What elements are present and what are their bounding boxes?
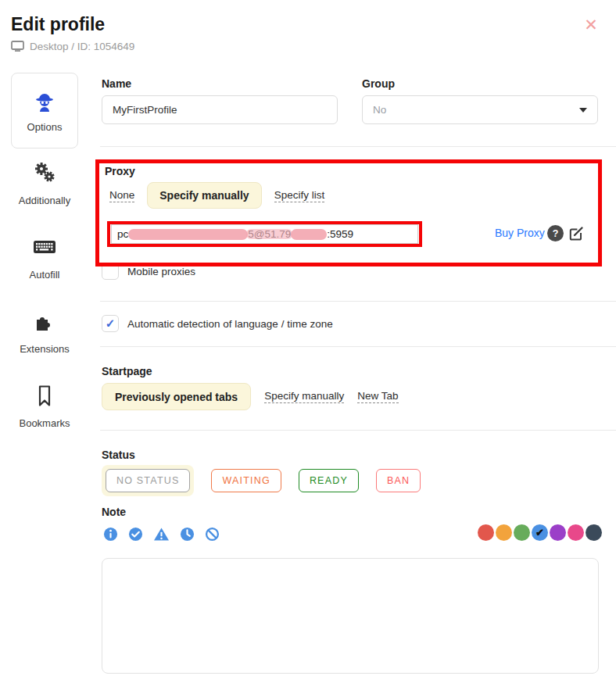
group-select-value: No (373, 104, 579, 116)
sidebar-item-label: Additionally (19, 195, 71, 206)
color-swatch-4[interactable] (550, 524, 566, 541)
proxy-tabs: None Specify manually Specify list (109, 182, 324, 209)
mobile-proxies-checkbox[interactable] (102, 263, 119, 280)
divider (100, 430, 616, 431)
name-label: Name (102, 77, 131, 90)
keyboard-icon (32, 234, 57, 259)
warning-icon[interactable] (153, 527, 170, 542)
proxy-value-prefix: pc (117, 228, 128, 240)
check-icon: ✓ (106, 317, 116, 331)
color-swatch-1[interactable] (496, 524, 512, 541)
status-option-waiting[interactable]: WAITING (211, 469, 281, 492)
sidebar-item-additionally[interactable]: Additionally (11, 160, 78, 206)
auto-detect-label: Automatic detection of language / time z… (127, 318, 333, 330)
divider (100, 346, 616, 347)
proxy-input[interactable]: pc5@51.79:5959 (111, 224, 418, 244)
color-swatch-2[interactable] (514, 524, 530, 541)
color-swatch-5[interactable] (568, 524, 584, 541)
color-swatch-6[interactable] (586, 524, 602, 541)
status-option-no-status[interactable]: NO STATUS (102, 465, 194, 496)
bookmark-icon (32, 383, 57, 408)
mobile-proxies-label: Mobile proxies (127, 266, 195, 277)
status-label: Status (102, 449, 135, 461)
mobile-proxies-row: Mobile proxies (102, 263, 195, 280)
edit-proxy-icon[interactable] (568, 225, 585, 241)
note-color-swatches: ✔ (478, 524, 602, 541)
name-input[interactable] (102, 95, 338, 124)
help-icon[interactable]: ? (547, 225, 564, 241)
sidebar-item-label: Options (27, 121, 63, 133)
group-select[interactable]: No (362, 95, 598, 124)
check-circle-icon[interactable] (128, 527, 143, 542)
note-label: Note (102, 506, 126, 518)
annotation-box-proxy (95, 159, 602, 266)
color-swatch-3[interactable]: ✔ (532, 524, 548, 541)
proxy-value-mid: 5@51.79 (248, 228, 291, 240)
selected-check-icon: ✔ (535, 527, 544, 538)
startpage-label: Startpage (102, 365, 152, 377)
auto-detect-row: ✓ Automatic detection of language / time… (102, 315, 333, 332)
group-label: Group (362, 77, 395, 90)
gears-icon (32, 160, 57, 185)
status-button-no-status: NO STATUS (106, 469, 190, 492)
buy-proxy-link[interactable]: Buy Proxy (495, 227, 545, 239)
sidebar-item-autofill[interactable]: Autofill (11, 234, 78, 281)
sidebar-item-bookmarks[interactable]: Bookmarks (11, 383, 78, 429)
spy-icon (32, 88, 57, 113)
divider (100, 301, 616, 302)
proxy-tab-none[interactable]: None (109, 189, 134, 202)
sidebar-item-label: Extensions (20, 343, 70, 355)
sidebar-item-extensions[interactable]: Extensions (11, 309, 78, 355)
divider (100, 146, 616, 147)
status-options: NO STATUS WAITING READY BAN (102, 465, 421, 496)
chevron-down-icon (579, 108, 587, 113)
status-option-ready[interactable]: READY (299, 469, 359, 492)
color-swatch-0[interactable] (478, 524, 494, 541)
proxy-value-redacted-1 (128, 229, 248, 240)
clock-icon[interactable] (180, 527, 195, 542)
edit-profile-dialog: Edit profile Desktop / ID: 1054649 ✕ Opt… (0, 0, 616, 676)
status-option-ban[interactable]: BAN (376, 469, 421, 492)
proxy-tab-specify-list[interactable]: Specify list (274, 189, 325, 202)
profile-meta-text: Desktop / ID: 1054649 (30, 41, 134, 52)
proxy-value-suffix: :5959 (327, 228, 353, 240)
auto-detect-checkbox[interactable]: ✓ (102, 315, 119, 332)
note-textarea[interactable] (102, 558, 599, 674)
profile-meta: Desktop / ID: 1054649 (11, 41, 134, 52)
startpage-tab-previously-opened[interactable]: Previously opened tabs (102, 383, 251, 410)
proxy-tab-specify-manually[interactable]: Specify manually (147, 182, 261, 209)
close-icon[interactable]: ✕ (580, 14, 602, 36)
sidebar-item-label: Bookmarks (19, 417, 70, 429)
puzzle-icon (32, 309, 57, 334)
startpage-tabs: Previously opened tabs Specify manually … (102, 383, 399, 410)
sidebar-item-label: Autofill (29, 269, 59, 281)
proxy-value-redacted-2 (291, 229, 327, 240)
note-toolbar (103, 527, 220, 542)
sidebar-item-options[interactable]: Options (11, 73, 78, 148)
startpage-tab-new-tab[interactable]: New Tab (357, 390, 398, 403)
proxy-label: Proxy (105, 165, 135, 177)
startpage-tab-specify-manually[interactable]: Specify manually (264, 390, 344, 403)
info-icon[interactable] (103, 527, 118, 542)
ban-icon[interactable] (205, 527, 220, 542)
page-title: Edit profile (11, 14, 105, 35)
monitor-icon (11, 41, 24, 52)
